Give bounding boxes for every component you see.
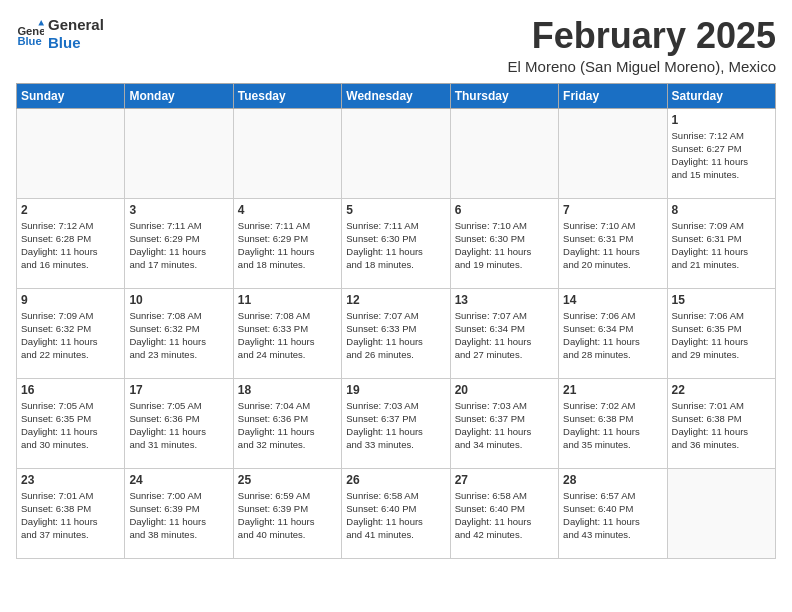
day-number: 21 [563,383,662,397]
calendar-cell: 11Sunrise: 7:08 AM Sunset: 6:33 PM Dayli… [233,288,341,378]
weekday-header-sunday: Sunday [17,83,125,108]
day-info: Sunrise: 7:10 AM Sunset: 6:31 PM Dayligh… [563,219,662,272]
day-number: 18 [238,383,337,397]
calendar-cell: 15Sunrise: 7:06 AM Sunset: 6:35 PM Dayli… [667,288,775,378]
month-title: February 2025 [508,16,776,56]
calendar-cell: 2Sunrise: 7:12 AM Sunset: 6:28 PM Daylig… [17,198,125,288]
calendar-cell: 13Sunrise: 7:07 AM Sunset: 6:34 PM Dayli… [450,288,558,378]
calendar-cell: 23Sunrise: 7:01 AM Sunset: 6:38 PM Dayli… [17,468,125,558]
calendar-cell: 8Sunrise: 7:09 AM Sunset: 6:31 PM Daylig… [667,198,775,288]
day-info: Sunrise: 7:03 AM Sunset: 6:37 PM Dayligh… [346,399,445,452]
logo-blue: Blue [48,34,104,52]
calendar-cell: 12Sunrise: 7:07 AM Sunset: 6:33 PM Dayli… [342,288,450,378]
day-info: Sunrise: 7:03 AM Sunset: 6:37 PM Dayligh… [455,399,554,452]
day-number: 7 [563,203,662,217]
day-info: Sunrise: 7:08 AM Sunset: 6:32 PM Dayligh… [129,309,228,362]
day-number: 26 [346,473,445,487]
day-info: Sunrise: 7:05 AM Sunset: 6:35 PM Dayligh… [21,399,120,452]
day-info: Sunrise: 7:12 AM Sunset: 6:27 PM Dayligh… [672,129,771,182]
day-info: Sunrise: 7:11 AM Sunset: 6:29 PM Dayligh… [129,219,228,272]
day-number: 2 [21,203,120,217]
day-info: Sunrise: 6:58 AM Sunset: 6:40 PM Dayligh… [346,489,445,542]
calendar-cell: 10Sunrise: 7:08 AM Sunset: 6:32 PM Dayli… [125,288,233,378]
week-row-3: 9Sunrise: 7:09 AM Sunset: 6:32 PM Daylig… [17,288,776,378]
logo-icon: General Blue [16,20,44,48]
calendar-cell: 22Sunrise: 7:01 AM Sunset: 6:38 PM Dayli… [667,378,775,468]
calendar-cell: 28Sunrise: 6:57 AM Sunset: 6:40 PM Dayli… [559,468,667,558]
week-row-4: 16Sunrise: 7:05 AM Sunset: 6:35 PM Dayli… [17,378,776,468]
day-number: 5 [346,203,445,217]
day-info: Sunrise: 7:08 AM Sunset: 6:33 PM Dayligh… [238,309,337,362]
day-info: Sunrise: 7:11 AM Sunset: 6:30 PM Dayligh… [346,219,445,272]
day-number: 22 [672,383,771,397]
location-title: El Moreno (San Miguel Moreno), Mexico [508,58,776,75]
day-number: 13 [455,293,554,307]
calendar-cell [17,108,125,198]
svg-text:Blue: Blue [17,35,41,47]
day-info: Sunrise: 7:01 AM Sunset: 6:38 PM Dayligh… [672,399,771,452]
calendar-table: SundayMondayTuesdayWednesdayThursdayFrid… [16,83,776,559]
day-info: Sunrise: 7:04 AM Sunset: 6:36 PM Dayligh… [238,399,337,452]
day-info: Sunrise: 7:11 AM Sunset: 6:29 PM Dayligh… [238,219,337,272]
day-number: 23 [21,473,120,487]
weekday-header-wednesday: Wednesday [342,83,450,108]
week-row-2: 2Sunrise: 7:12 AM Sunset: 6:28 PM Daylig… [17,198,776,288]
calendar-cell: 24Sunrise: 7:00 AM Sunset: 6:39 PM Dayli… [125,468,233,558]
day-number: 3 [129,203,228,217]
day-number: 9 [21,293,120,307]
day-info: Sunrise: 7:01 AM Sunset: 6:38 PM Dayligh… [21,489,120,542]
day-number: 28 [563,473,662,487]
day-number: 12 [346,293,445,307]
week-row-1: 1Sunrise: 7:12 AM Sunset: 6:27 PM Daylig… [17,108,776,198]
title-area: February 2025 El Moreno (San Miguel More… [508,16,776,75]
day-info: Sunrise: 7:12 AM Sunset: 6:28 PM Dayligh… [21,219,120,272]
calendar-cell: 6Sunrise: 7:10 AM Sunset: 6:30 PM Daylig… [450,198,558,288]
weekday-header-row: SundayMondayTuesdayWednesdayThursdayFrid… [17,83,776,108]
logo: General Blue General Blue [16,16,104,52]
day-number: 24 [129,473,228,487]
weekday-header-monday: Monday [125,83,233,108]
calendar-cell [342,108,450,198]
day-number: 11 [238,293,337,307]
weekday-header-friday: Friday [559,83,667,108]
day-number: 4 [238,203,337,217]
day-info: Sunrise: 7:07 AM Sunset: 6:34 PM Dayligh… [455,309,554,362]
day-number: 15 [672,293,771,307]
calendar-cell: 18Sunrise: 7:04 AM Sunset: 6:36 PM Dayli… [233,378,341,468]
calendar-cell: 20Sunrise: 7:03 AM Sunset: 6:37 PM Dayli… [450,378,558,468]
calendar-cell: 27Sunrise: 6:58 AM Sunset: 6:40 PM Dayli… [450,468,558,558]
day-info: Sunrise: 7:07 AM Sunset: 6:33 PM Dayligh… [346,309,445,362]
calendar-cell: 25Sunrise: 6:59 AM Sunset: 6:39 PM Dayli… [233,468,341,558]
day-number: 27 [455,473,554,487]
calendar-cell: 7Sunrise: 7:10 AM Sunset: 6:31 PM Daylig… [559,198,667,288]
day-number: 10 [129,293,228,307]
page-header: General Blue General Blue February 2025 … [16,16,776,75]
day-number: 8 [672,203,771,217]
day-number: 25 [238,473,337,487]
calendar-cell: 1Sunrise: 7:12 AM Sunset: 6:27 PM Daylig… [667,108,775,198]
day-info: Sunrise: 7:06 AM Sunset: 6:35 PM Dayligh… [672,309,771,362]
day-number: 1 [672,113,771,127]
calendar-cell: 5Sunrise: 7:11 AM Sunset: 6:30 PM Daylig… [342,198,450,288]
logo-general: General [48,16,104,34]
calendar-cell: 4Sunrise: 7:11 AM Sunset: 6:29 PM Daylig… [233,198,341,288]
day-info: Sunrise: 6:57 AM Sunset: 6:40 PM Dayligh… [563,489,662,542]
day-number: 14 [563,293,662,307]
day-number: 19 [346,383,445,397]
day-number: 20 [455,383,554,397]
day-number: 17 [129,383,228,397]
weekday-header-saturday: Saturday [667,83,775,108]
calendar-cell [559,108,667,198]
day-info: Sunrise: 7:02 AM Sunset: 6:38 PM Dayligh… [563,399,662,452]
calendar-cell: 17Sunrise: 7:05 AM Sunset: 6:36 PM Dayli… [125,378,233,468]
calendar-cell: 26Sunrise: 6:58 AM Sunset: 6:40 PM Dayli… [342,468,450,558]
calendar-cell [233,108,341,198]
day-info: Sunrise: 6:59 AM Sunset: 6:39 PM Dayligh… [238,489,337,542]
calendar-cell [667,468,775,558]
day-info: Sunrise: 7:05 AM Sunset: 6:36 PM Dayligh… [129,399,228,452]
day-info: Sunrise: 7:10 AM Sunset: 6:30 PM Dayligh… [455,219,554,272]
day-info: Sunrise: 7:09 AM Sunset: 6:32 PM Dayligh… [21,309,120,362]
day-number: 6 [455,203,554,217]
day-number: 16 [21,383,120,397]
day-info: Sunrise: 7:00 AM Sunset: 6:39 PM Dayligh… [129,489,228,542]
